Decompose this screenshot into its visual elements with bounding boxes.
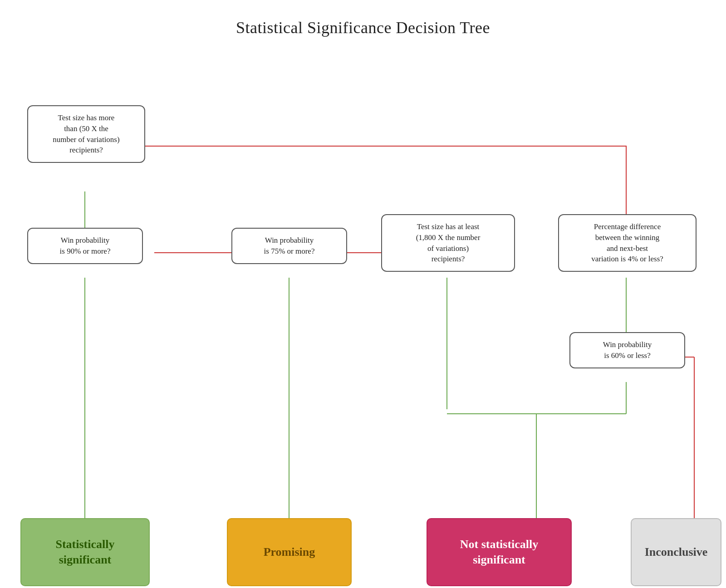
node-pct-diff: Percentage differencebetween the winning… [558, 214, 697, 272]
node-test-size-50: Test size has morethan (50 X thenumber o… [27, 105, 145, 163]
node-test-size-1800: Test size has at least(1,800 X the numbe… [381, 214, 515, 272]
node-win-prob-90: Win probabilityis 90% or more? [27, 228, 143, 264]
outcome-inconclusive: Inconclusive [631, 518, 721, 586]
outcome-promising: Promising [227, 518, 352, 586]
node-win-prob-60: Win probabilityis 60% or less? [569, 332, 685, 368]
page-title: Statistical Significance Decision Tree [0, 0, 726, 37]
outcome-not-statistically-significant: Not statisticallysignificant [427, 518, 572, 586]
node-win-prob-75: Win probabilityis 75% or more? [231, 228, 347, 264]
diagram-container: Test size has morethan (50 X thenumber o… [0, 46, 726, 588]
outcome-statistically-significant: Statisticallysignificant [20, 518, 150, 586]
